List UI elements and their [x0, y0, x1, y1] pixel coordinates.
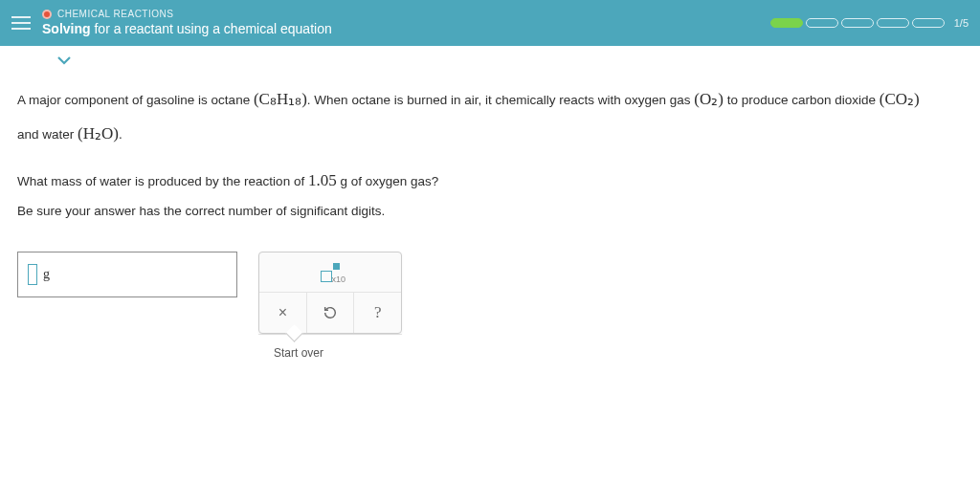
q-text: A major component of gasoline is octane: [17, 93, 254, 107]
formula-water: (H₂O): [78, 124, 119, 143]
header-bar: CHEMICAL REACTIONS Solving for a reactan…: [0, 0, 980, 46]
formula-co2: (CO₂): [880, 90, 920, 108]
help-icon: ?: [374, 303, 382, 322]
reset-button[interactable]: [307, 293, 355, 333]
reset-icon: [323, 305, 338, 320]
q-text: g of oxygen gas?: [337, 174, 439, 188]
progress-bar: [770, 18, 945, 28]
q-text: .: [119, 127, 122, 142]
help-button[interactable]: ?: [354, 293, 401, 333]
progress-seg: [806, 18, 838, 28]
tool-panel: x10 × ?: [258, 252, 402, 334]
clear-button[interactable]: ×: [259, 293, 307, 333]
q-text: . When octane is burned in air, it chemi…: [307, 93, 694, 107]
content-area: A major component of gasoline is octane …: [0, 46, 980, 381]
menu-button[interactable]: [0, 0, 42, 46]
tool-panel-wrap: x10 × ? Start over: [258, 252, 402, 371]
q-text: and water: [17, 127, 78, 142]
exponent-button[interactable]: x10: [259, 252, 401, 292]
category-label: CHEMICAL REACTIONS: [57, 8, 173, 20]
topic-prefix: Solving: [42, 21, 91, 36]
category-dot-icon: [42, 10, 52, 19]
clear-icon: ×: [278, 304, 287, 321]
formula-octane: (C₈H₁₈): [254, 90, 307, 108]
formula-oxygen: (O₂): [694, 90, 724, 108]
topic-line: Solving for a reactant using a chemical …: [42, 20, 770, 37]
q-sigfig-note: Be sure your answer has the correct numb…: [17, 204, 385, 218]
chevron-down-icon: [57, 55, 71, 65]
start-over-label: Start over: [274, 346, 323, 360]
answer-unit: g: [43, 267, 50, 282]
progress-seg: [770, 18, 803, 28]
progress-label: 1/5: [954, 17, 969, 29]
exponent-icon: x10: [321, 263, 340, 282]
menu-icon: [11, 15, 31, 31]
progress-seg: [877, 18, 909, 28]
q-value: 1.05: [308, 171, 337, 189]
answer-row: g x10 × ?: [17, 252, 963, 371]
answer-cursor: [28, 264, 37, 285]
topic-rest: for a reactant using a chemical equation: [91, 21, 332, 36]
q-text: What mass of water is produced by the re…: [17, 174, 308, 188]
title-block: CHEMICAL REACTIONS Solving for a reactan…: [42, 8, 770, 37]
exp-label: x10: [331, 274, 345, 284]
q-text: to produce carbon dioxide: [724, 93, 880, 107]
start-over-button[interactable]: Start over: [258, 334, 402, 371]
answer-input-box[interactable]: g: [17, 252, 237, 297]
expand-button[interactable]: [54, 50, 75, 71]
question-text: A major component of gasoline is octane …: [17, 82, 963, 225]
category-line: CHEMICAL REACTIONS: [42, 8, 770, 20]
progress-seg: [841, 18, 874, 28]
progress-seg: [912, 18, 945, 28]
progress-wrap: 1/5: [770, 17, 969, 29]
